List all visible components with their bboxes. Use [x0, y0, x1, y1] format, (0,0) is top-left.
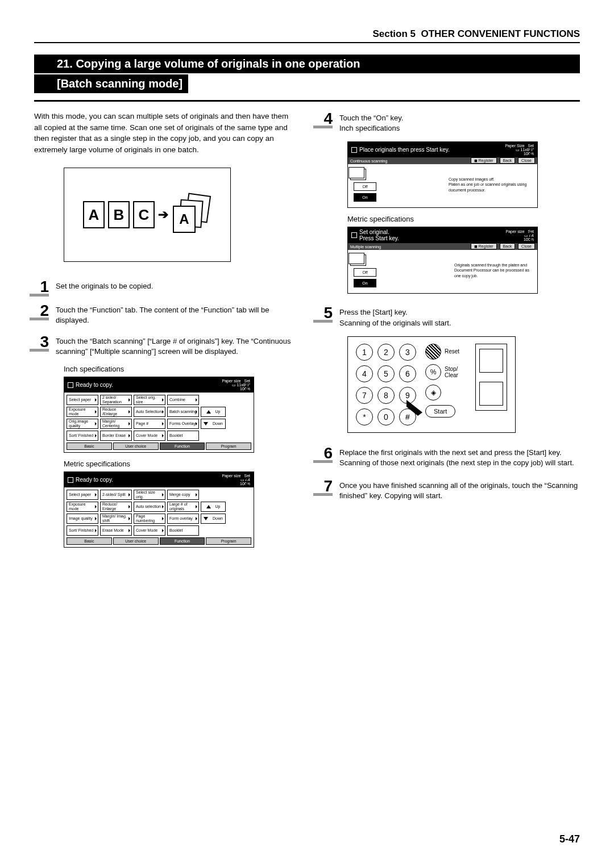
- key-3[interactable]: 3: [399, 344, 416, 361]
- lcd-register[interactable]: ◼ Register: [471, 243, 497, 249]
- step-4-text: Touch the “On” key.: [339, 114, 403, 122]
- key-1[interactable]: 1: [356, 344, 373, 361]
- lcd-register[interactable]: ◼ Register: [471, 157, 497, 164]
- lcd-btn[interactable]: Reduce /Enlarge: [100, 407, 132, 417]
- illustration-abc: A B C ➔ C B A: [64, 168, 231, 262]
- caption-metric-2: Metric specifications: [347, 215, 580, 223]
- step-num-4: 4: [318, 111, 333, 127]
- lcd-back[interactable]: Back: [500, 157, 516, 164]
- lcd-btn[interactable]: Reduce/ Enlarge: [100, 502, 132, 512]
- lcd-icon: [68, 382, 73, 388]
- lcd-btn[interactable]: Sort/ Finished: [67, 431, 98, 441]
- key-8[interactable]: 8: [377, 387, 395, 404]
- diamond-icon[interactable]: ◈: [425, 385, 441, 400]
- lcd-title: Ready to copy.: [76, 382, 113, 388]
- lcd-btn[interactable]: Margin/ Centering: [100, 419, 132, 429]
- lcd-count: 1: [243, 378, 250, 394]
- lcd-tab[interactable]: User choice: [113, 443, 159, 450]
- stop-clear-icon[interactable]: %: [425, 364, 441, 380]
- step-num-5: 5: [318, 305, 333, 321]
- lcd-btn[interactable]: Margin/ Imag. shift: [100, 514, 132, 524]
- lcd-btn[interactable]: Erase Mode: [100, 525, 132, 536]
- lcd-head-1: Set original.: [359, 229, 389, 235]
- lcd-tab[interactable]: Basic: [67, 537, 112, 545]
- lcd-close[interactable]: Close: [518, 243, 535, 249]
- reset-icon[interactable]: [425, 344, 441, 360]
- lcd-desc: Copy scanned images off. Platen as one j…: [449, 177, 534, 192]
- lcd-btn[interactable]: Large # of originals: [167, 502, 199, 512]
- lcd-paper-label: Paper Size: [505, 144, 524, 148]
- lcd-paper-label: Paper size: [506, 229, 525, 233]
- lcd-btn[interactable]: Forms Overlay: [167, 419, 199, 429]
- lcd-btn[interactable]: Cover Mode: [134, 431, 165, 441]
- lcd-btn[interactable]: Sort/ Finished: [67, 525, 98, 536]
- lcd-tab[interactable]: Program: [206, 537, 251, 545]
- lcd-down[interactable]: Down: [201, 419, 226, 429]
- box-c: C: [133, 201, 155, 228]
- on-button[interactable]: On: [354, 193, 376, 202]
- key-0[interactable]: 0: [377, 408, 395, 425]
- lcd-up[interactable]: Up: [201, 502, 226, 512]
- lcd-btn[interactable]: Select paper: [67, 395, 98, 405]
- lcd-icon: [351, 147, 357, 153]
- lcd-tab[interactable]: User choice: [113, 537, 159, 545]
- lcd-btn[interactable]: Exposure mode: [67, 502, 98, 512]
- reset-label: Reset: [445, 348, 459, 354]
- lcd-btn[interactable]: Merge copy: [167, 490, 199, 500]
- lcd-btn[interactable]: Select paper: [67, 490, 98, 500]
- lcd-btn[interactable]: Booklet: [167, 431, 199, 441]
- lcd-tab-active[interactable]: Function: [160, 443, 205, 450]
- lcd-btn[interactable]: Page #: [134, 419, 165, 429]
- key-2[interactable]: 2: [377, 344, 395, 361]
- lcd-btn[interactable]: Auto Selection: [134, 407, 165, 417]
- stack-a: A: [173, 206, 196, 233]
- key-5[interactable]: 5: [377, 365, 395, 382]
- lcd-paper-label: Paper size: [222, 474, 241, 478]
- lcd-btn[interactable]: 2 sided/ Separation: [100, 395, 132, 405]
- lcd-btn[interactable]: Batch scanning: [167, 407, 199, 417]
- heavy-rule: [34, 100, 580, 102]
- lcd-btn[interactable]: Auto selection: [134, 502, 165, 512]
- lcd-down[interactable]: Down: [201, 514, 226, 524]
- step-num-3: 3: [34, 334, 49, 350]
- key-4[interactable]: 4: [356, 365, 373, 382]
- lcd-metric-1: Ready to copy. Paper size Set ▭ A4 100% …: [64, 471, 254, 548]
- lcd-icon: [68, 477, 73, 483]
- box-a: A: [83, 201, 105, 228]
- key-star[interactable]: *: [356, 408, 373, 425]
- lcd-back[interactable]: Back: [500, 243, 516, 249]
- lcd-title: Ready to copy.: [76, 477, 113, 483]
- lcd-tab[interactable]: Program: [206, 443, 251, 450]
- step-text-4: Touch the “On” key. Inch specifications: [339, 111, 403, 133]
- lcd-btn[interactable]: Cover Mode: [134, 525, 165, 536]
- off-button[interactable]: Off: [354, 268, 376, 277]
- lcd-btn[interactable]: 2-sided/ Split: [100, 490, 132, 500]
- lcd-btn[interactable]: Page numbering: [134, 514, 165, 524]
- key-6[interactable]: 6: [399, 365, 416, 382]
- lcd-btn[interactable]: Select size orig.: [134, 490, 165, 500]
- lcd-btn[interactable]: Booklet: [167, 525, 199, 536]
- caption-inch-1: Inch specifications: [64, 365, 296, 373]
- start-arrow-icon: [405, 399, 428, 422]
- keypad-panel: 1 2 3 4 5 6 7 8 9 * 0 # Reset %Stop/Clea…: [347, 336, 516, 433]
- on-button[interactable]: On: [354, 279, 376, 287]
- lcd-tab-active[interactable]: Function: [160, 537, 205, 545]
- lcd-btn[interactable]: Image quality: [67, 514, 98, 524]
- start-button[interactable]: Start: [425, 405, 455, 418]
- lcd-btn[interactable]: Combine: [167, 395, 199, 405]
- key-7[interactable]: 7: [356, 387, 373, 404]
- lcd-up[interactable]: Up: [201, 407, 226, 417]
- intro-text: With this mode, you can scan multiple se…: [34, 111, 296, 155]
- lcd-count: 1: [243, 473, 250, 489]
- lcd-btn[interactable]: Select orig. size: [134, 395, 165, 405]
- pages-icon: [351, 256, 366, 266]
- lcd-btn[interactable]: Orig.image quality: [67, 419, 98, 429]
- lcd-btn[interactable]: Border Erase: [100, 431, 132, 441]
- step-num-6: 6: [318, 445, 333, 461]
- title-number: 21.: [57, 57, 73, 70]
- lcd-tab[interactable]: Basic: [67, 443, 112, 450]
- lcd-btn[interactable]: Exposure mode: [67, 407, 98, 417]
- off-button[interactable]: Off: [354, 182, 376, 191]
- lcd-paper-label: Paper size: [222, 379, 241, 383]
- lcd-btn[interactable]: Form overlay: [167, 514, 199, 524]
